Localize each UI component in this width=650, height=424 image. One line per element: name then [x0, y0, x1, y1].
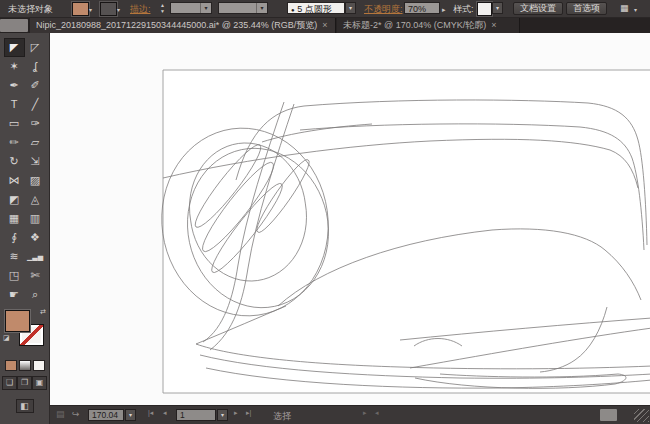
- tab-1-close-icon[interactable]: ×: [322, 20, 327, 30]
- eraser-tool[interactable]: ▱: [25, 133, 46, 152]
- workspace-icon[interactable]: ▦: [620, 3, 629, 13]
- preferences-button[interactable]: 首选项: [566, 2, 607, 15]
- draw-inside-icon[interactable]: ▣: [32, 376, 47, 390]
- first-artboard-icon[interactable]: |◂: [148, 409, 153, 417]
- gradient-button[interactable]: [19, 360, 31, 371]
- type-tool[interactable]: T: [4, 95, 25, 114]
- stroke-weight-dropdown[interactable]: ▾: [170, 2, 212, 14]
- horizontal-scrollbar-thumb[interactable]: [600, 409, 617, 421]
- stroke-link[interactable]: 描边:: [130, 3, 151, 16]
- hand-tool[interactable]: ☛: [4, 285, 25, 304]
- screen-mode-icon[interactable]: ◧: [16, 399, 34, 413]
- tools-panel: ◤ ◸ ✶ ʆ ✒ ✐ T ╱ ▭ ✑ ✏ ▱ ↻ ⇲ ⋈ ▨ ◩ ◬ ▦ ▥ …: [0, 33, 50, 424]
- free-transform-tool[interactable]: ▨: [25, 171, 46, 190]
- symbol-sprayer-tool[interactable]: ≋: [4, 247, 25, 266]
- status-widget-icon[interactable]: ▤: [56, 409, 65, 419]
- fill-indicator[interactable]: [5, 310, 30, 332]
- zoom-level-field[interactable]: 170.04: [88, 409, 124, 421]
- control-bar: 未选择对象 ▾ ▾ 描边: ▲ ▼ ▾ ▾ ● 5 点圆形 ▾ 不透明度: 70…: [0, 0, 650, 18]
- draw-normal-icon[interactable]: ❏: [2, 376, 17, 390]
- style-caret-icon[interactable]: ▾: [492, 2, 503, 14]
- prev-artboard-icon[interactable]: ◂: [163, 409, 167, 417]
- pencil-tool[interactable]: ✏: [4, 133, 25, 152]
- brush-caret-icon[interactable]: ▾: [345, 2, 356, 14]
- resize-grip[interactable]: [634, 409, 649, 422]
- brush-preview-dot: ●: [291, 7, 295, 13]
- selection-tool[interactable]: ◤: [4, 38, 25, 57]
- color-button[interactable]: [5, 360, 17, 371]
- brush-name: 5 点圆形: [297, 4, 332, 14]
- drawing-mode-row: ❏ ❐ ▣: [0, 376, 49, 390]
- color-mode-row: [0, 360, 49, 371]
- gradient-tool[interactable]: ▥: [25, 209, 46, 228]
- scroll-right-icon[interactable]: ◂: [375, 409, 379, 417]
- opacity-more-icon[interactable]: ▸: [442, 6, 446, 14]
- stepper-down-icon[interactable]: ▼: [160, 8, 165, 14]
- illustrator-window: 未选择对象 ▾ ▾ 描边: ▲ ▼ ▾ ▾ ● 5 点圆形 ▾ 不透明度: 70…: [0, 0, 650, 424]
- style-label: 样式:: [453, 3, 474, 16]
- eyedropper-tool[interactable]: ∮: [4, 228, 25, 247]
- artboard-tool[interactable]: ◳: [4, 266, 25, 285]
- magic-wand-tool[interactable]: ✶: [4, 57, 25, 76]
- stroke-caret-icon[interactable]: ▾: [117, 6, 120, 13]
- column-graph-tool[interactable]: ▁▃▅: [25, 247, 46, 266]
- default-fill-stroke-icon[interactable]: ◪: [3, 334, 10, 342]
- zoom-tool[interactable]: ⌕: [25, 285, 46, 304]
- selection-status: 未选择对象: [8, 3, 53, 16]
- tab-2-title: 未标题-2* @ 170.04% (CMYK/轮廓): [343, 20, 486, 30]
- tab-document-1[interactable]: Nipic_20180988_20171229150344445000.ai* …: [30, 18, 336, 33]
- shape-builder-tool[interactable]: ◩: [4, 190, 25, 209]
- opacity-field[interactable]: 70%: [404, 2, 440, 14]
- lasso-tool[interactable]: ʆ: [25, 57, 46, 76]
- scale-tool[interactable]: ⇲: [25, 152, 46, 171]
- tab-2-close-icon[interactable]: ×: [491, 20, 496, 30]
- curvature-tool[interactable]: ✐: [25, 76, 46, 95]
- rotate-tool[interactable]: ↻: [4, 152, 25, 171]
- perspective-grid-tool[interactable]: ◬: [25, 190, 46, 209]
- canvas-area[interactable]: [50, 33, 650, 405]
- stroke-color-swatch[interactable]: [100, 2, 117, 16]
- fill-caret-icon[interactable]: ▾: [89, 6, 92, 13]
- width-profile-dropdown[interactable]: ▾: [218, 2, 268, 14]
- direct-selection-tool[interactable]: ◸: [25, 38, 46, 57]
- line-segment-tool[interactable]: ╱: [25, 95, 46, 114]
- opacity-link[interactable]: 不透明度:: [364, 3, 403, 16]
- width-tool[interactable]: ⋈: [4, 171, 25, 190]
- scroll-left-icon[interactable]: ▸: [363, 409, 367, 417]
- pen-tool[interactable]: ✒: [4, 76, 25, 95]
- tools-panel-stub[interactable]: [0, 19, 28, 32]
- status-bar: ▤ ↪ 170.04 ▾ |◂ ◂ 1 ▾ ▸ ▸| 选择 ▸ ◂: [50, 405, 650, 424]
- fill-stroke-widget: ⇄ ◪: [0, 308, 49, 356]
- status-readout: 选择: [273, 410, 291, 423]
- artboard-caret-icon[interactable]: ▾: [217, 409, 228, 421]
- draw-behind-icon[interactable]: ❐: [17, 376, 32, 390]
- rectangle-tool[interactable]: ▭: [4, 114, 25, 133]
- screen-mode-row: ◧: [0, 395, 49, 413]
- width-profile-caret-icon[interactable]: ▾: [256, 3, 267, 13]
- swap-fill-stroke-icon[interactable]: ⇄: [40, 308, 46, 316]
- document-tab-bar: Nipic_20180988_20171229150344445000.ai* …: [0, 18, 650, 33]
- artboard-border: [163, 70, 650, 393]
- artboard-nav-field[interactable]: 1: [176, 409, 216, 421]
- tab-document-2[interactable]: 未标题-2* @ 170.04% (CMYK/轮廓)×: [337, 18, 520, 33]
- car-sketch-svg: [50, 33, 650, 405]
- stroke-weight-caret-icon[interactable]: ▾: [200, 3, 211, 13]
- paintbrush-tool[interactable]: ✑: [25, 114, 46, 133]
- mesh-tool[interactable]: ▦: [4, 209, 25, 228]
- zoom-caret-icon[interactable]: ▾: [125, 409, 136, 421]
- tool-grid: ◤ ◸ ✶ ʆ ✒ ✐ T ╱ ▭ ✑ ✏ ▱ ↻ ⇲ ⋈ ▨ ◩ ◬ ▦ ▥ …: [0, 33, 49, 304]
- workspace-caret-icon[interactable]: ▾: [634, 6, 637, 13]
- style-swatch[interactable]: [477, 2, 492, 16]
- document-setup-button[interactable]: 文档设置: [513, 2, 563, 15]
- blend-tool[interactable]: ❖: [25, 228, 46, 247]
- next-artboard-icon[interactable]: ▸: [234, 409, 238, 417]
- stroke-weight-stepper[interactable]: ▲ ▼: [158, 2, 167, 14]
- last-artboard-icon[interactable]: ▸|: [246, 409, 251, 417]
- tab-1-title: Nipic_20180988_20171229150344445000.ai* …: [36, 20, 317, 30]
- fill-color-swatch[interactable]: [72, 2, 89, 16]
- none-button[interactable]: [33, 360, 45, 371]
- brush-definition-field[interactable]: ● 5 点圆形: [287, 2, 345, 14]
- shortcut-icon[interactable]: ↪: [72, 409, 80, 419]
- slice-tool[interactable]: ✄: [25, 266, 46, 285]
